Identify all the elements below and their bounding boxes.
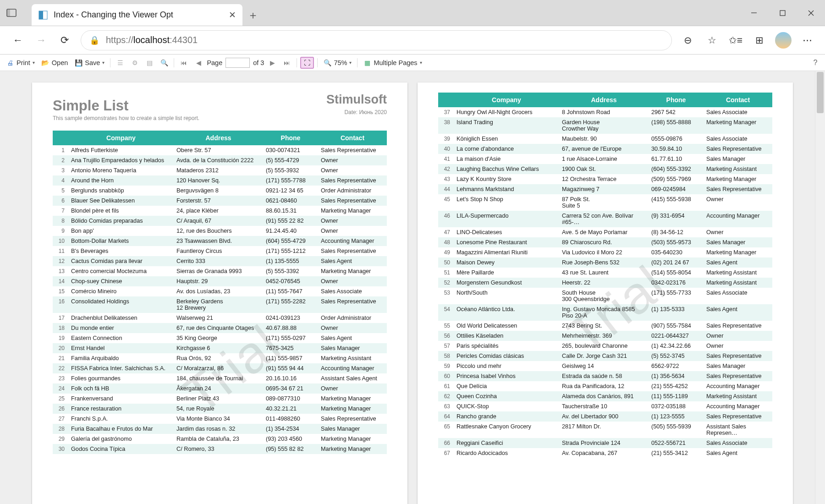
row-index: 18 (53, 323, 68, 333)
maximize-button[interactable] (768, 0, 797, 26)
table-row: 4Around the Horn120 Hanover Sq.(171) 555… (53, 175, 387, 186)
table-row: 10Bottom-Dollar Markets23 Tsawwassen Blv… (53, 236, 387, 246)
table-row: 52Morgenstern GesundkostHeerstr. 220342-… (438, 278, 772, 288)
collections-icon[interactable]: ⊞ (748, 29, 770, 51)
parameters-icon[interactable]: ⚙ (128, 57, 141, 69)
vertical-scrollbar[interactable] (815, 71, 825, 504)
report-page-1: Simple List Stimulsoft This sample demon… (32, 82, 407, 504)
table-row: 24Folk och fä HBÅkergatan 240695-34 67 2… (53, 383, 387, 394)
minimize-button[interactable] (740, 0, 768, 26)
next-page-icon[interactable]: ▶ (266, 57, 279, 69)
first-page-icon[interactable]: ⏮ (177, 57, 190, 69)
row-index: 52 (438, 278, 454, 288)
table-row: 18Du monde entier67, rue des Cinquante O… (53, 323, 387, 333)
report-table: Company Address Phone Contact 37Hungry O… (438, 93, 772, 458)
print-button[interactable]: 🖨Print▾ (4, 57, 37, 69)
multi-page-button[interactable]: ▦Multiple Pages▾ (361, 57, 424, 69)
table-row: 3Antonio Moreno TaqueríaMataderos 2312(5… (53, 165, 387, 175)
svg-rect-1 (7, 9, 10, 16)
table-row: 9Bon app'12, rue des Bouchers91.24.45.40… (53, 226, 387, 236)
table-row: 62Queen CozinhaAlameda dos Canàrios, 891… (438, 391, 772, 401)
row-index: 25 (53, 394, 68, 404)
row-index: 11 (53, 246, 68, 256)
row-index: 10 (53, 236, 68, 246)
table-row: 58Pericles Comidas clásicasCalle Dr. Jor… (438, 351, 772, 361)
table-row: 48Lonesome Pine Restaurant89 Chiaroscuro… (438, 237, 772, 247)
row-index: 7 (53, 206, 68, 216)
full-screen-icon[interactable]: ⛶ (300, 57, 314, 69)
row-index: 23 (53, 373, 68, 383)
row-index: 54 (438, 304, 454, 321)
row-index: 14 (53, 276, 68, 286)
table-row: 23Folies gourmandes184, chaussée de Tour… (53, 373, 387, 383)
row-index: 46 (438, 211, 454, 227)
page-number-input[interactable] (226, 58, 250, 68)
col-contact: Contact (704, 93, 772, 107)
table-row: 22FISSA Fabrica Inter. Salchichas S.A.C/… (53, 363, 387, 373)
viewer-toolbar: 🖨Print▾ 📂Open 💾Save▾ ☰ ⚙ ▤ 🔍 ⏮ ◀ Page of… (0, 55, 825, 71)
find-icon[interactable]: 🔍 (158, 57, 170, 69)
menu-icon[interactable]: ⋯ (796, 29, 818, 51)
table-row: 61Que DelíciaRua da Panificadora, 12(21)… (438, 381, 772, 391)
row-index: 4 (53, 175, 68, 186)
open-button[interactable]: 📂Open (39, 57, 70, 69)
table-row: 47LINO-DelicatesesAve. 5 de Mayo Porlama… (438, 227, 772, 237)
table-row: 49Magazzini Alimentari RiunitiVia Ludovi… (438, 247, 772, 257)
table-row: 5Berglunds snabbköpBerguvsvägen 80921-12… (53, 186, 387, 196)
row-index: 55 (438, 321, 454, 331)
new-tab-button[interactable]: ＋ (242, 5, 264, 26)
col-phone: Phone (649, 93, 704, 107)
table-row: 59Piccolo und mehrGeislweg 146562-9722Sa… (438, 361, 772, 371)
zoom-dropdown[interactable]: 🔍75%▾ (321, 57, 354, 69)
row-index: 13 (53, 266, 68, 276)
forward-button[interactable]: → (30, 29, 52, 51)
table-row: 54Océano Atlántico Ltda.Ing. Gustavo Mon… (438, 304, 772, 321)
row-index: 12 (53, 256, 68, 266)
bookmarks-icon[interactable]: ☰ (114, 57, 126, 69)
prev-page-icon[interactable]: ◀ (192, 57, 205, 69)
tab-close-icon[interactable]: ✕ (229, 10, 236, 20)
row-index: 6 (53, 196, 68, 206)
row-index: 24 (53, 383, 68, 394)
table-row: 39Königlich EssenMaubelstr. 900555-09876… (438, 134, 772, 144)
table-row: 64Rancho grandeAv. del Libertador 900(1)… (438, 411, 772, 422)
row-index: 67 (438, 448, 454, 458)
row-index: 63 (438, 401, 454, 411)
zoom-out-icon[interactable]: ⊖ (677, 29, 699, 51)
row-index: 49 (438, 247, 454, 257)
viewer-area[interactable]: Simple List Stimulsoft This sample demon… (0, 71, 825, 504)
row-index: 64 (438, 411, 454, 422)
url-input[interactable]: 🔒 https://localhost:44301 (81, 30, 672, 50)
table-row: 63QUICK-StopTaucherstraße 100372-035188A… (438, 401, 772, 411)
tab-actions-button[interactable] (0, 0, 23, 26)
save-button[interactable]: 💾Save▾ (72, 57, 107, 69)
close-window-button[interactable] (797, 0, 825, 26)
resources-icon[interactable]: ▤ (143, 57, 156, 69)
favorite-icon[interactable]: ☆ (701, 29, 723, 51)
last-page-icon[interactable]: ⏭ (280, 57, 293, 69)
table-row: 15Comércio MineiroAv. dos Lusíadas, 23(1… (53, 286, 387, 296)
row-index: 1 (53, 145, 68, 155)
table-row: 53North/SouthSouth House300 Queensbridge… (438, 288, 772, 304)
row-index: 51 (438, 268, 454, 278)
back-button[interactable]: ← (7, 29, 29, 51)
row-index: 29 (53, 434, 68, 444)
row-index: 48 (438, 237, 454, 247)
help-icon[interactable]: ? (809, 57, 821, 69)
tab-title: Index - Changing the Viewer Opt (54, 10, 173, 20)
row-index: 9 (53, 226, 68, 236)
row-index: 17 (53, 313, 68, 323)
table-row: 30Godos Cocina TípicaC/ Romero, 33(95) 5… (53, 444, 387, 454)
table-row: 40La corne d'abondance67, avenue de l'Eu… (438, 144, 772, 154)
svg-rect-4 (780, 11, 785, 16)
url-text: https://localhost:44301 (106, 35, 198, 45)
row-index: 57 (438, 341, 454, 351)
reload-button[interactable]: ⟳ (54, 29, 76, 51)
row-index: 50 (438, 257, 454, 268)
table-row: 12Cactus Comidas para llevarCerrito 333(… (53, 256, 387, 266)
table-row: 20Ernst HandelKirchgasse 67675-3425Sales… (53, 343, 387, 353)
row-index: 47 (438, 227, 454, 237)
profile-avatar[interactable] (772, 29, 794, 51)
favorites-bar-icon[interactable]: ✩≡ (725, 29, 747, 51)
browser-tab[interactable]: Index - Changing the Viewer Opt ✕ (32, 4, 242, 26)
